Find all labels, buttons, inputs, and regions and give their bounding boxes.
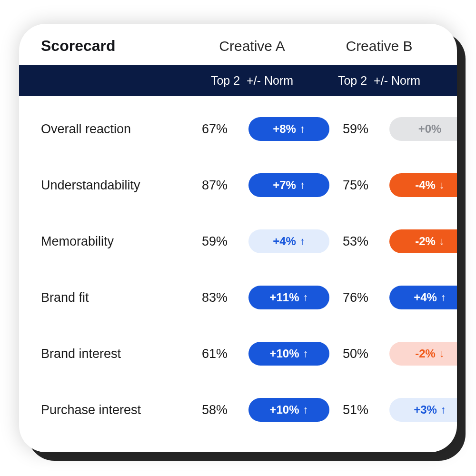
subheader-group-b: Top 2 +/- Norm — [316, 74, 443, 88]
subheader-top2: Top 2 — [338, 74, 367, 88]
top2-value: 51% — [329, 403, 382, 417]
arrow-up-icon: ↑ — [300, 124, 305, 134]
arrow-up-icon: ↑ — [300, 236, 305, 247]
norm-value: +3% — [414, 403, 437, 416]
norm-pill: +7%↑ — [248, 173, 329, 197]
card-title: Scorecard — [41, 37, 188, 55]
arrow-down-icon: ↓ — [439, 236, 445, 247]
metric-cell-b: 76%+4%↑ — [329, 286, 457, 309]
scorecard-card: Scorecard Creative A Creative B Top 2 +/… — [19, 24, 457, 452]
metric-cell-b: 59%+0% — [329, 117, 457, 141]
arrow-down-icon: ↓ — [439, 348, 445, 359]
norm-pill: -4%↓ — [389, 173, 457, 197]
top2-value: 76% — [329, 290, 382, 305]
data-row: Brand fit83%+11%↑76%+4%↑ — [41, 269, 443, 326]
metric-cell-b: 75%-4%↓ — [329, 173, 457, 197]
arrow-up-icon: ↑ — [303, 405, 308, 415]
metric-label: Brand fit — [41, 290, 188, 305]
metric-cell-a: 58%+10%↑ — [188, 398, 329, 422]
norm-pill: +3%↑ — [389, 398, 457, 422]
top2-value: 83% — [188, 290, 241, 305]
metric-label: Purchase interest — [41, 403, 188, 417]
norm-value: +10% — [269, 403, 299, 416]
data-row: Brand interest61%+10%↑50%-2%↓ — [41, 326, 443, 382]
header-row: Scorecard Creative A Creative B — [19, 24, 457, 65]
data-row: Memorability59%+4%↑53%-2%↓ — [41, 213, 443, 269]
metric-label: Overall reaction — [41, 122, 188, 137]
norm-pill: +10%↑ — [248, 342, 329, 366]
column-header-a: Creative A — [188, 38, 316, 54]
metric-label: Memorability — [41, 234, 188, 249]
arrow-up-icon: ↑ — [303, 292, 308, 303]
norm-value: +11% — [269, 291, 299, 304]
metric-cell-a: 87%+7%↑ — [188, 173, 329, 197]
top2-value: 50% — [329, 347, 382, 361]
norm-value: -2% — [415, 235, 436, 248]
metric-label: Brand interest — [41, 347, 188, 361]
metric-cell-a: 59%+4%↑ — [188, 229, 329, 253]
subheader-top2: Top 2 — [211, 74, 240, 88]
norm-value: +0% — [418, 122, 442, 136]
metric-cell-b: 50%-2%↓ — [329, 342, 457, 366]
norm-pill: +4%↑ — [248, 229, 329, 253]
norm-value: +8% — [273, 122, 296, 136]
norm-pill: +11%↑ — [248, 286, 329, 309]
norm-pill: +10%↑ — [248, 398, 329, 422]
norm-value: +4% — [273, 235, 296, 248]
data-row: Purchase interest58%+10%↑51%+3%↑ — [41, 382, 443, 438]
norm-pill: -2%↓ — [389, 229, 457, 253]
norm-value: +7% — [273, 178, 296, 192]
metric-cell-a: 83%+11%↑ — [188, 286, 329, 309]
arrow-up-icon: ↑ — [441, 405, 446, 415]
norm-value: -4% — [415, 178, 436, 192]
norm-value: -2% — [415, 347, 436, 360]
metric-label: Understandability — [41, 178, 188, 193]
arrow-down-icon: ↓ — [439, 180, 445, 190]
metric-cell-a: 61%+10%↑ — [188, 342, 329, 366]
norm-pill: +4%↑ — [389, 286, 457, 309]
data-rows: Overall reaction67%+8%↑59%+0%Understanda… — [19, 96, 457, 443]
top2-value: 58% — [188, 403, 241, 417]
data-row: Understandability87%+7%↑75%-4%↓ — [41, 157, 443, 213]
metric-cell-a: 67%+8%↑ — [188, 117, 329, 141]
subheader-norm: +/- Norm — [374, 74, 420, 88]
top2-value: 59% — [329, 122, 382, 137]
metric-cell-b: 53%-2%↓ — [329, 229, 457, 253]
top2-value: 75% — [329, 178, 382, 193]
metric-cell-b: 51%+3%↑ — [329, 398, 457, 422]
arrow-up-icon: ↑ — [303, 348, 308, 359]
top2-value: 53% — [329, 234, 382, 249]
norm-pill: +8%↑ — [248, 117, 329, 141]
top2-value: 59% — [188, 234, 241, 249]
subheader-norm: +/- Norm — [247, 74, 293, 88]
arrow-up-icon: ↑ — [441, 292, 446, 303]
norm-value: +4% — [414, 291, 437, 304]
subheader-row: Top 2 +/- Norm Top 2 +/- Norm — [19, 65, 457, 96]
top2-value: 67% — [188, 122, 241, 137]
column-header-b: Creative B — [316, 38, 443, 54]
top2-value: 61% — [188, 347, 241, 361]
norm-pill: -2%↓ — [389, 342, 457, 366]
top2-value: 87% — [188, 178, 241, 193]
data-row: Overall reaction67%+8%↑59%+0% — [41, 101, 443, 157]
arrow-up-icon: ↑ — [300, 180, 305, 190]
norm-value: +10% — [269, 347, 299, 360]
norm-pill: +0% — [389, 117, 457, 141]
subheader-group-a: Top 2 +/- Norm — [188, 74, 316, 88]
